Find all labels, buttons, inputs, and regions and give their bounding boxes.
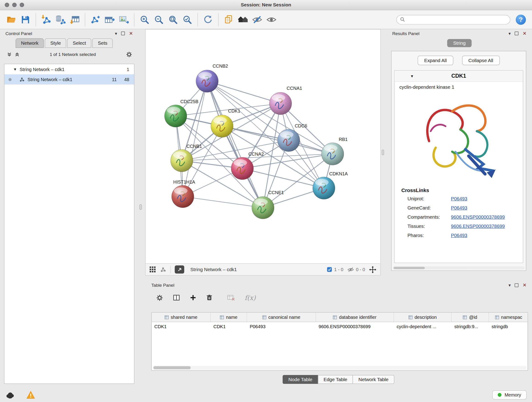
show-columns-button[interactable] <box>173 294 180 301</box>
table-options-button[interactable] <box>156 294 163 301</box>
column-header[interactable]: @id <box>452 313 489 322</box>
add-column-button[interactable] <box>190 294 196 301</box>
crosslink-link[interactable]: P06493 <box>451 196 467 201</box>
column-header[interactable]: database identifier <box>316 313 394 322</box>
collapse-triangle-icon[interactable]: ▼ <box>410 74 414 78</box>
panel-float-icon[interactable] <box>121 32 125 35</box>
collection-label: String Network – cdk1 <box>20 67 65 72</box>
import-network-from-file-button[interactable] <box>39 12 53 27</box>
expand-all-button[interactable]: Expand All <box>418 56 453 65</box>
selected-node-edge-counts: 1 - 0 <box>334 267 343 272</box>
publications-button[interactable] <box>222 12 236 27</box>
column-header[interactable]: name <box>211 313 247 322</box>
cell-description: cyclin-dependent ... <box>394 324 452 329</box>
tab-style[interactable]: Style <box>45 38 66 48</box>
network-options-gear-icon[interactable] <box>126 51 132 58</box>
collapse-all-button[interactable]: Collapse All <box>462 56 500 65</box>
tab-network-table[interactable]: Network Table <box>353 375 394 384</box>
tab-node-table[interactable]: Node Table <box>283 375 318 384</box>
import-database-icon <box>55 14 65 25</box>
right-splitter-handle[interactable] <box>382 150 384 155</box>
network-edge[interactable] <box>183 197 263 208</box>
tab-sets[interactable]: Sets <box>92 38 113 48</box>
export-network-button[interactable] <box>88 12 102 27</box>
save-session-button[interactable] <box>18 12 32 27</box>
tab-network[interactable]: Network <box>16 38 44 48</box>
export-table-button[interactable] <box>102 12 117 27</box>
help-button[interactable]: ? <box>516 14 526 25</box>
panel-float-icon[interactable] <box>515 32 519 35</box>
column-icon <box>165 315 169 319</box>
grid-view-icon[interactable] <box>150 266 156 273</box>
collapse-triangle-icon[interactable]: ▼ <box>13 67 17 71</box>
window-minimize-button[interactable] <box>12 3 17 7</box>
network-canvas[interactable]: CCNB2CCNA1CDC25BCDK1CDC6RB1CCNB1CCNA2CDK… <box>146 30 380 263</box>
pan-crosshair-icon[interactable] <box>369 266 376 273</box>
open-file-button[interactable] <box>4 12 18 27</box>
column-header[interactable]: shared name <box>152 313 211 322</box>
expand-all-icon[interactable] <box>15 52 20 57</box>
tab-edge-table[interactable]: Edge Table <box>318 375 353 384</box>
crosslink-link[interactable]: 9606.ENSP00000378699 <box>451 214 505 220</box>
delete-column-button[interactable] <box>206 294 213 301</box>
crosslink-label: Uniprot: <box>408 196 451 201</box>
left-splitter-handle[interactable] <box>139 204 142 210</box>
warnings-button[interactable] <box>27 391 35 399</box>
crosslink-link[interactable]: 9606.ENSP00000378699 <box>451 223 505 229</box>
network-edge[interactable] <box>183 81 207 197</box>
window-zoom-button[interactable] <box>20 3 24 7</box>
cloud-icon <box>6 391 15 398</box>
network-edge[interactable] <box>207 81 263 208</box>
node-label-CCNA1: CCNA1 <box>287 86 302 91</box>
zoom-selected-button[interactable] <box>180 12 194 27</box>
home-button[interactable] <box>236 12 250 27</box>
search-input[interactable] <box>407 17 507 22</box>
import-table-button[interactable] <box>68 12 82 27</box>
column-icon <box>463 315 467 319</box>
tab-select[interactable]: Select <box>67 38 91 48</box>
column-header[interactable]: canonical name <box>247 313 316 322</box>
panel-close-icon[interactable]: ✕ <box>129 31 133 36</box>
hide-graphics-button[interactable] <box>250 12 264 27</box>
panel-menu-icon[interactable]: ▾ <box>508 283 511 287</box>
table-row[interactable]: CDK1 CDK1 P06493 9606.ENSP00000378699 cy… <box>152 322 528 331</box>
panel-close-icon[interactable]: ✕ <box>523 31 526 36</box>
panel-menu-icon[interactable]: ▾ <box>115 31 117 35</box>
collapse-all-icon[interactable] <box>7 52 12 57</box>
zoom-fit-button[interactable] <box>166 12 180 27</box>
node-label-RB1: RB1 <box>339 137 348 142</box>
zoom-out-button[interactable] <box>152 12 166 27</box>
node-label-CDKN1A: CDKN1A <box>329 171 348 176</box>
crosslink-link[interactable]: P06493 <box>451 205 467 211</box>
column-header[interactable]: namespac <box>489 313 528 322</box>
results-panel: Results Panel ▾ ✕ String Expand All Coll… <box>389 29 529 275</box>
window-close-button[interactable] <box>5 3 9 7</box>
network-collection-row[interactable]: ▼ String Network – cdk1 1 <box>4 64 134 74</box>
zoom-in-button[interactable] <box>138 12 152 27</box>
birdseye-view-button[interactable] <box>175 265 184 274</box>
memory-button[interactable]: Memory <box>492 390 526 400</box>
hidden-node-edge-counts: 0 - 0 <box>356 267 365 272</box>
panel-close-icon[interactable]: ✕ <box>523 283 526 288</box>
gear-icon <box>156 294 163 301</box>
column-header[interactable]: description <box>394 313 452 322</box>
network-row-selected[interactable]: String Network – cdk1 11 48 <box>4 74 134 84</box>
delete-table-button[interactable] <box>227 294 235 302</box>
network-view-icon[interactable] <box>160 266 166 273</box>
cloud-status-button[interactable] <box>6 391 15 398</box>
panel-menu-icon[interactable]: ▾ <box>508 31 511 35</box>
apply-layout-button[interactable] <box>201 12 215 27</box>
warning-icon <box>27 391 35 399</box>
protein-section-header[interactable]: ▼ CDK1 <box>394 70 523 82</box>
import-network-from-database-button[interactable] <box>53 12 67 27</box>
results-horizontal-scrollbar[interactable] <box>393 266 525 269</box>
export-image-button[interactable] <box>117 12 131 27</box>
crosslink-link[interactable]: P06493 <box>451 232 467 238</box>
function-builder-icon[interactable]: f(x) <box>245 294 256 301</box>
table-horizontal-scrollbar[interactable] <box>152 366 526 370</box>
network-edge[interactable] <box>207 81 280 103</box>
control-panel-title: Control Panel <box>6 31 32 36</box>
show-graphics-button[interactable] <box>264 12 279 27</box>
results-tab-string[interactable]: String <box>447 39 472 47</box>
panel-float-icon[interactable] <box>515 283 519 287</box>
